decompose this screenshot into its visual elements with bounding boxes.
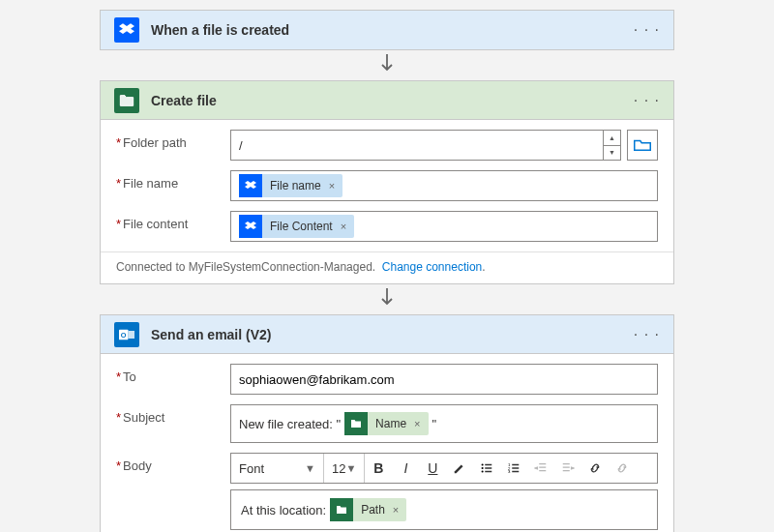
number-list-button[interactable]: 123 [500, 454, 527, 483]
dropbox-icon [239, 215, 262, 238]
body-label: *Body [116, 453, 230, 473]
file-content-input[interactable]: File Content × [230, 211, 658, 242]
outlook-icon: O [114, 322, 139, 347]
file-system-icon [114, 88, 139, 113]
outdent-button[interactable] [527, 454, 554, 483]
svg-point-4 [482, 467, 484, 469]
svg-point-5 [482, 470, 484, 472]
create-file-title: Create file [151, 93, 634, 108]
email-card: O Send an email (V2) · · · *To *Subject … [100, 314, 674, 532]
flow-arrow [0, 288, 774, 310]
email-title: Send an email (V2) [151, 327, 634, 342]
connection-footer: Connected to MyFileSystemConnection-Mana… [101, 251, 673, 283]
remove-token-button[interactable]: × [412, 418, 428, 429]
create-file-card: Create file · · · *Folder path / ▲ ▼ [100, 80, 674, 284]
to-label: *To [116, 364, 230, 384]
font-select[interactable]: Font▼ [231, 454, 324, 483]
subject-input[interactable]: New file created: " Name × " [230, 404, 658, 443]
create-file-header[interactable]: Create file · · · [101, 81, 673, 120]
folder-step-up[interactable]: ▲ [604, 131, 620, 146]
svg-text:O: O [121, 330, 127, 339]
email-menu-button[interactable]: · · · [634, 326, 660, 343]
file-name-label: *File name [116, 170, 230, 191]
indent-button[interactable] [554, 454, 581, 483]
link-button[interactable] [581, 454, 609, 483]
unlink-button[interactable] [609, 454, 636, 483]
file-name-token[interactable]: File name × [239, 174, 342, 197]
svg-text:3: 3 [508, 469, 511, 474]
name-token[interactable]: Name × [344, 412, 428, 435]
highlight-button[interactable] [446, 454, 473, 483]
file-content-label: *File content [116, 211, 230, 231]
trigger-header[interactable]: When a file is created · · · [101, 11, 673, 49]
body-input[interactable]: At this location: Path × [230, 489, 658, 530]
folder-path-label: *Folder path [116, 130, 230, 150]
flow-arrow [0, 54, 774, 76]
italic-button[interactable]: I [392, 454, 419, 483]
svg-rect-1 [128, 331, 134, 339]
file-content-token[interactable]: File Content × [239, 215, 354, 238]
file-name-input[interactable]: File name × [230, 170, 658, 201]
trigger-title: When a file is created [151, 22, 634, 38]
folder-browse-button[interactable] [627, 130, 658, 161]
dropbox-icon [239, 174, 262, 197]
change-connection-link[interactable]: Change connection [382, 260, 482, 274]
trigger-menu-button[interactable]: · · · [634, 21, 660, 39]
rich-text-toolbar: Font▼ 12▼ B I U 123 [230, 453, 658, 484]
bold-button[interactable]: B [365, 454, 392, 483]
folder-path-input[interactable]: / ▲ ▼ [230, 130, 621, 161]
remove-token-button[interactable]: × [327, 180, 342, 192]
font-size-select[interactable]: 12▼ [324, 454, 365, 483]
path-token[interactable]: Path × [330, 498, 406, 521]
create-file-menu-button[interactable]: · · · [634, 92, 660, 109]
trigger-card: When a file is created · · · [100, 10, 674, 50]
dropbox-icon [114, 17, 139, 43]
underline-button[interactable]: U [419, 454, 446, 483]
subject-label: *Subject [116, 404, 230, 425]
remove-token-button[interactable]: × [339, 221, 354, 232]
remove-token-button[interactable]: × [391, 504, 406, 516]
folder-step-down[interactable]: ▼ [604, 146, 620, 161]
email-header[interactable]: O Send an email (V2) · · · [101, 315, 673, 354]
bullet-list-button[interactable] [473, 454, 500, 483]
file-system-icon [344, 412, 368, 435]
to-input[interactable] [230, 364, 658, 395]
svg-point-3 [482, 463, 484, 465]
file-system-icon [330, 498, 353, 521]
